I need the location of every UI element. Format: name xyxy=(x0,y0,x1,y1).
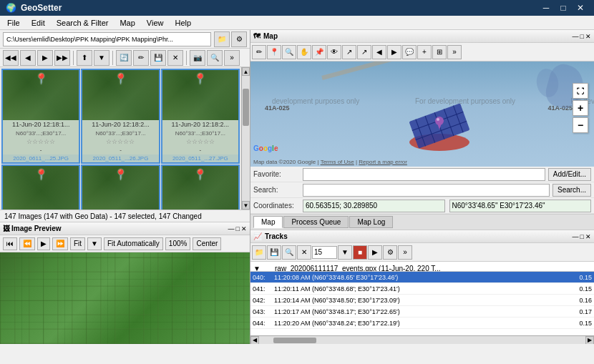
map-tool-8[interactable]: ↗ xyxy=(357,45,371,59)
map-tool-10[interactable]: ▶ xyxy=(387,45,401,59)
map-tool-11[interactable]: 💬 xyxy=(402,45,417,59)
sort-btn[interactable]: ⬆ xyxy=(77,50,92,66)
map-content[interactable]: development purposes only For developmen… xyxy=(250,62,594,167)
action-btn-5[interactable]: 📷 xyxy=(190,50,205,66)
scroll-up-arrow[interactable]: ▲ xyxy=(242,67,250,76)
preview-maximize-btn[interactable]: □ xyxy=(236,225,240,232)
action-btn-4[interactable]: ✕ xyxy=(167,50,183,66)
data-row-1[interactable]: 041: 11:20:11 AM (N60°33'48.68'; E30°17'… xyxy=(250,283,594,295)
image-grid-container[interactable]: 📍 11-Jun-20 12:18:1... N60°33'...;E30°17… xyxy=(0,67,241,210)
search-input[interactable] xyxy=(303,184,550,197)
tracks-tool-3[interactable]: 🔍 xyxy=(282,245,296,260)
tracks-h-scroll[interactable]: ◀ ▶ xyxy=(250,335,594,344)
close-button[interactable]: ✕ xyxy=(573,1,588,14)
thumbnail-3[interactable]: 📍 xyxy=(1,164,80,210)
tracks-minimize-btn[interactable]: — xyxy=(573,233,579,240)
data-row-4[interactable]: 044: 11:20:20 AM (N60°33'48.24'; E30°17'… xyxy=(250,318,594,329)
tracks-tool-1[interactable]: 📁 xyxy=(252,245,266,260)
nav-back-button[interactable]: ◀◀ xyxy=(3,50,19,66)
thumbnail-0[interactable]: 📍 11-Jun-20 12:18:1... N60°33'...;E30°17… xyxy=(1,69,80,164)
grid-scrollbar[interactable]: ▲ ▼ xyxy=(241,67,250,210)
menu-map[interactable]: Map xyxy=(114,17,140,29)
zoom-btn[interactable]: 100% xyxy=(165,237,191,250)
fit-dropdown-btn[interactable]: ▼ xyxy=(87,237,102,250)
h-scroll-right[interactable]: ▶ xyxy=(585,336,594,345)
scroll-down-arrow[interactable]: ▼ xyxy=(242,201,250,210)
more-btn[interactable]: » xyxy=(224,50,240,66)
maximize-button[interactable]: □ xyxy=(555,1,571,14)
tracks-play-btn[interactable]: ▶ xyxy=(368,245,382,260)
thumbnail-1[interactable]: 📍 11-Jun-20 12:18:2... N60°33'...;E30°17… xyxy=(81,69,160,164)
thumbnail-2[interactable]: 📍 11-Jun-20 12:18:2... N60°33'...;E30°17… xyxy=(161,69,240,164)
map-maximize-btn[interactable]: □ xyxy=(580,33,584,40)
nav-next-button[interactable]: ▶ xyxy=(37,50,53,66)
prev-next-btn[interactable]: ⏩ xyxy=(52,237,68,250)
nav-prev-button[interactable]: ◀ xyxy=(20,50,36,66)
tracks-more-btn[interactable]: » xyxy=(398,245,412,260)
map-tool-4[interactable]: ✋ xyxy=(297,45,311,59)
tab-process-queue[interactable]: Process Queue xyxy=(283,216,349,228)
thumbnail-4[interactable]: 📍 xyxy=(81,164,160,210)
action-btn-1[interactable]: 🔄 xyxy=(116,50,132,66)
fit-auto-btn[interactable]: Fit Automatically xyxy=(104,237,163,250)
menu-view[interactable]: View xyxy=(141,17,170,29)
map-zoom-in-btn[interactable]: + xyxy=(573,100,588,116)
report-link[interactable]: Report a map error xyxy=(359,159,407,165)
map-tool-12[interactable]: + xyxy=(417,45,432,59)
filter-btn[interactable]: ▼ xyxy=(94,50,109,66)
center-btn[interactable]: Center xyxy=(193,237,221,250)
action-btn-3[interactable]: 💾 xyxy=(150,50,166,66)
terms-link[interactable]: Terms of Use xyxy=(321,159,354,165)
map-tool-3[interactable]: 🔍 xyxy=(282,45,296,59)
tracks-tree[interactable]: ▼ raw_202006111117_events.gpx (11-Jun-20… xyxy=(250,262,594,271)
menu-help[interactable]: Help xyxy=(170,17,198,29)
addedit-btn[interactable]: Add/Edit... xyxy=(548,168,591,181)
menu-file[interactable]: File xyxy=(1,17,26,29)
action-btn-6[interactable]: 🔍 xyxy=(207,50,223,66)
search-btn[interactable]: Search... xyxy=(552,184,591,197)
favorite-input[interactable] xyxy=(303,168,545,181)
map-tool-6[interactable]: 👁 xyxy=(327,45,341,59)
tracks-tool-2[interactable]: 💾 xyxy=(267,245,281,260)
prev-play-btn[interactable]: ▶ xyxy=(37,237,50,250)
nav-forward-button[interactable]: ▶▶ xyxy=(54,50,70,66)
tracks-dropdown-btn[interactable]: ▼ xyxy=(338,245,352,260)
data-row-3[interactable]: 043: 11:20:17 AM (N60°33'48.17'; E30°17'… xyxy=(250,306,594,318)
map-tool-2[interactable]: 📍 xyxy=(267,45,281,59)
scroll-thumb[interactable] xyxy=(243,89,249,127)
fit-btn[interactable]: Fit xyxy=(70,237,85,250)
tracks-tool-4[interactable]: ✕ xyxy=(297,245,311,260)
map-expand-btn[interactable]: ⛶ xyxy=(573,83,588,99)
tracks-num-input[interactable] xyxy=(312,246,337,259)
map-more-btn[interactable]: » xyxy=(447,45,462,59)
map-minimize-btn[interactable]: — xyxy=(573,33,579,40)
tracks-close-btn[interactable]: ✕ xyxy=(585,233,591,240)
track-item-0[interactable]: ▼ raw_202006111117_events.gpx (11-Jun-20… xyxy=(250,262,594,271)
preview-close-btn[interactable]: ✕ xyxy=(241,225,247,232)
tracks-data[interactable]: 040: 11:20:08 AM (N60°33'48.65' E30°17'2… xyxy=(250,271,594,335)
track-expand-0[interactable]: ▼ xyxy=(253,265,261,272)
map-tool-9[interactable]: ◀ xyxy=(372,45,386,59)
map-tool-1[interactable]: ✏ xyxy=(252,45,266,59)
menu-edit[interactable]: Edit xyxy=(26,17,51,29)
map-tool-5[interactable]: 📌 xyxy=(312,45,326,59)
tab-map-log[interactable]: Map Log xyxy=(349,216,393,228)
tracks-stop-btn[interactable]: ■ xyxy=(353,245,367,260)
minimize-button[interactable]: ─ xyxy=(538,1,554,14)
h-scroll-left[interactable]: ◀ xyxy=(250,336,259,345)
toolbar-btn-2[interactable]: ⚙ xyxy=(231,31,247,47)
map-zoom-out-btn[interactable]: − xyxy=(573,117,588,133)
map-tool-7[interactable]: ↗ xyxy=(342,45,356,59)
preview-minimize-btn[interactable]: — xyxy=(228,225,235,232)
map-tool-13[interactable]: ⊞ xyxy=(432,45,447,59)
prev-prev-btn[interactable]: ⏪ xyxy=(19,237,35,250)
map-close-btn[interactable]: ✕ xyxy=(585,33,591,40)
menu-search-filter[interactable]: Search & Filter xyxy=(51,17,115,29)
action-btn-2[interactable]: ✏ xyxy=(133,50,149,66)
path-box[interactable]: C:\Users\emlid\Desktop\PPK Mapping\PPK M… xyxy=(3,32,211,46)
folder-browse-button[interactable]: 📁 xyxy=(214,31,230,47)
h-scroll-thumb[interactable] xyxy=(273,338,316,343)
tab-map[interactable]: Map xyxy=(253,216,283,228)
tracks-tool-5[interactable]: ⚙ xyxy=(383,245,397,260)
tracks-maximize-btn[interactable]: □ xyxy=(580,233,584,240)
